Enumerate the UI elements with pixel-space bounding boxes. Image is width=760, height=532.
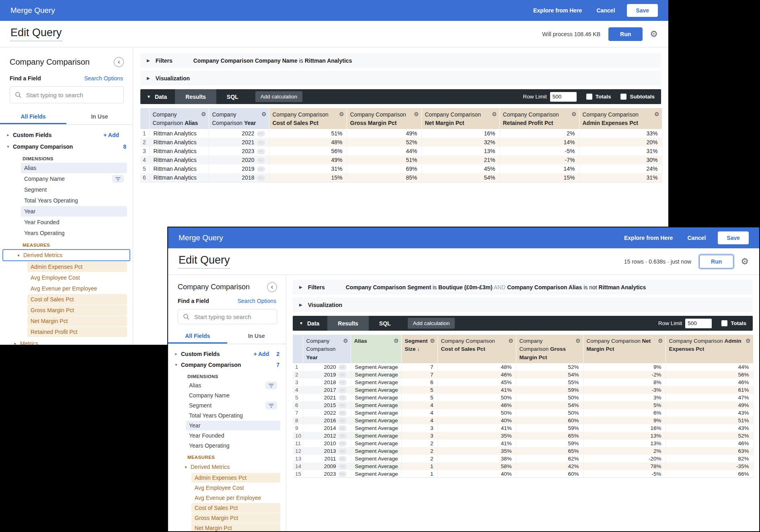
column-gear-icon[interactable]: ⚙ [430, 337, 435, 345]
chevron-right-icon[interactable]: ▸ [11, 341, 19, 345]
measure-field-avg-employee-cost[interactable]: Avg Employee Cost [191, 483, 280, 493]
ellipsis-drill-pill[interactable]: ⋯ [339, 456, 347, 462]
filter-icon[interactable] [265, 401, 277, 409]
add-calculation-button[interactable]: Add calculation [255, 91, 303, 102]
chevron-down-icon[interactable]: ▾ [4, 144, 12, 149]
filter-icon[interactable] [112, 175, 124, 183]
cancel-button[interactable]: Cancel [596, 7, 615, 14]
ellipsis-drill-pill[interactable]: ⋯ [339, 410, 347, 416]
settings-gear-icon[interactable]: ⚙ [650, 29, 658, 39]
measure-field-gross-margin-pct[interactable]: Gross Margin Pct [191, 513, 280, 523]
measure-field-admin-expenses-pct[interactable]: Admin Expenses Pct [27, 262, 127, 272]
column-gear-icon[interactable]: ⚙ [343, 337, 348, 345]
column-header-net-margin-pct[interactable]: Company Comparison Net Margin Pct⚙ [583, 335, 666, 363]
dimension-field-years-operating[interactable]: Years Operating [21, 228, 127, 238]
collapse-panel-icon[interactable]: ‹ [267, 282, 277, 292]
tab-all-fields[interactable]: All Fields [168, 328, 227, 344]
tab-results[interactable]: Results [327, 316, 369, 331]
column-gear-icon[interactable]: ⚙ [571, 110, 577, 119]
ellipsis-drill-pill[interactable]: ⋯ [339, 387, 347, 393]
ellipsis-drill-pill[interactable]: ⋯ [257, 175, 265, 181]
ellipsis-drill-pill[interactable]: ⋯ [257, 140, 265, 145]
tab-in-use[interactable]: In Use [227, 328, 286, 344]
explore-from-here-button[interactable]: Explore from Here [533, 7, 582, 14]
custom-fields-row[interactable]: ▸ Custom Fields + Add 2 [168, 348, 286, 359]
collapse-panel-icon[interactable]: ‹ [114, 57, 124, 67]
column-gear-icon[interactable]: ⚙ [394, 337, 399, 345]
ellipsis-drill-pill[interactable]: ⋯ [339, 464, 347, 469]
ellipsis-drill-pill[interactable]: ⋯ [339, 471, 347, 477]
visualization-bar[interactable]: ▶ Visualization [140, 71, 661, 86]
tab-sql[interactable]: SQL [369, 316, 401, 331]
column-gear-icon[interactable]: ⚙ [201, 110, 206, 119]
measure-field-net-margin-pct[interactable]: Net Margin Pct [191, 523, 280, 531]
ellipsis-drill-pill[interactable]: ⋯ [257, 149, 265, 154]
column-gear-icon[interactable]: ⚙ [508, 337, 514, 345]
field-search-input[interactable] [193, 313, 272, 321]
dimension-field-company-name[interactable]: Company Name [21, 174, 127, 184]
column-gear-icon[interactable]: ⚙ [746, 337, 751, 345]
dimension-field-year-founded[interactable]: Year Founded [186, 431, 280, 440]
measure-field-cost-of-sales-pct[interactable]: Cost of Sales Pct [191, 503, 280, 513]
search-options-link[interactable]: Search Options [238, 298, 277, 304]
ellipsis-drill-pill[interactable]: ⋯ [339, 433, 347, 439]
measure-field-avg-employee-cost[interactable]: Avg Employee Cost [27, 272, 127, 283]
column-header-admin-expenses-pct[interactable]: Company Comparison Admin Expenses Pct⚙ [579, 108, 662, 129]
search-options-link[interactable]: Search Options [84, 75, 123, 82]
add-calculation-button[interactable]: Add calculation [408, 318, 455, 329]
column-gear-icon[interactable]: ⚙ [575, 337, 581, 345]
column-header-alias[interactable]: Company Comparison Alias⚙ [149, 108, 209, 129]
column-header-cost-of-sales-pct[interactable]: Company Comparison Cost of Sales Pct⚙ [269, 108, 347, 129]
tab-results[interactable]: Results [175, 89, 216, 104]
dimension-field-year-founded[interactable]: Year Founded [21, 217, 127, 227]
cancel-button[interactable]: Cancel [687, 235, 706, 241]
column-gear-icon[interactable]: ⚙ [658, 337, 663, 345]
column-header-gross-margin-pct[interactable]: Company Comparison Gross Margin Pct⚙ [516, 335, 583, 363]
measure-field-avg-evenue-per-employee[interactable]: Avg Evenue per Employee [27, 283, 127, 294]
chevron-right-icon[interactable]: ▸ [172, 352, 180, 356]
filter-icon[interactable] [265, 381, 277, 389]
settings-gear-icon[interactable]: ⚙ [741, 256, 749, 266]
chevron-down-icon[interactable]: ▼ [147, 94, 151, 99]
dimension-field-total-years-operating[interactable]: Total Years Operating [21, 195, 127, 206]
totals-checkbox[interactable] [586, 94, 592, 100]
dimension-field-company-name[interactable]: Company Name [186, 391, 280, 400]
column-header-year[interactable]: Company Comparison Year⚙ [209, 108, 269, 129]
column-gear-icon[interactable]: ⚙ [492, 110, 497, 119]
ellipsis-drill-pill[interactable]: ⋯ [339, 403, 347, 408]
row-limit-input[interactable] [550, 92, 577, 102]
measure-field-admin-expenses-pct[interactable]: Admin Expenses Pct [191, 473, 280, 483]
metrics-group[interactable]: ▸ Metrics [0, 338, 133, 345]
filters-bar[interactable]: ▶ Filters Company Comparison Company Nam… [140, 53, 661, 68]
tab-all-fields[interactable]: All Fields [0, 109, 66, 124]
tab-in-use[interactable]: In Use [66, 109, 133, 124]
derived-metrics-group[interactable]: ▾ Derived Metrics [2, 249, 130, 261]
chevron-right-icon[interactable]: ▶ [147, 76, 150, 80]
field-search-input[interactable] [25, 91, 119, 99]
add-custom-field-button[interactable]: + Add [253, 351, 269, 357]
chevron-down-icon[interactable]: ▼ [299, 321, 303, 325]
dimension-field-alias[interactable]: Alias [186, 381, 280, 390]
column-header-cost-of-sales-pct[interactable]: Company Comparison Cost of Sales Pct⚙ [438, 335, 516, 363]
measure-field-net-margin-pct[interactable]: Net Margin Pct [27, 316, 127, 326]
dimension-field-year[interactable]: Year [21, 206, 127, 217]
ellipsis-drill-pill[interactable]: ⋯ [339, 395, 347, 401]
view-group-row[interactable]: ▾ Company Comparison 7 [168, 359, 286, 370]
ellipsis-drill-pill[interactable]: ⋯ [339, 364, 347, 370]
ellipsis-drill-pill[interactable]: ⋯ [339, 372, 347, 378]
derived-metrics-group[interactable]: ▾ Derived Metrics [170, 461, 283, 473]
measure-field-gross-margin-pct[interactable]: Gross Margin Pct [27, 305, 127, 315]
column-header-segment-size[interactable]: Segment Size ↓⚙ [401, 335, 438, 363]
subtotals-checkbox[interactable] [620, 94, 626, 100]
run-button[interactable]: Run [608, 27, 643, 41]
column-gear-icon[interactable]: ⚙ [414, 110, 419, 119]
field-search-box[interactable] [178, 309, 277, 324]
dimension-field-total-years-operating[interactable]: Total Years Operating [186, 411, 280, 420]
save-button[interactable]: Save [627, 4, 658, 17]
ellipsis-drill-pill[interactable]: ⋯ [257, 166, 265, 172]
dimension-field-segment[interactable]: Segment [21, 184, 127, 195]
column-header-retained-profit-pct[interactable]: Company Comparison Retained Profit Pct⚙ [499, 108, 579, 129]
dimension-field-year[interactable]: Year [186, 421, 280, 430]
column-header-alias[interactable]: Alias⚙ [351, 335, 401, 363]
column-header-net-margin-pct[interactable]: Company Comparison Net Margin Pct⚙ [421, 108, 499, 129]
